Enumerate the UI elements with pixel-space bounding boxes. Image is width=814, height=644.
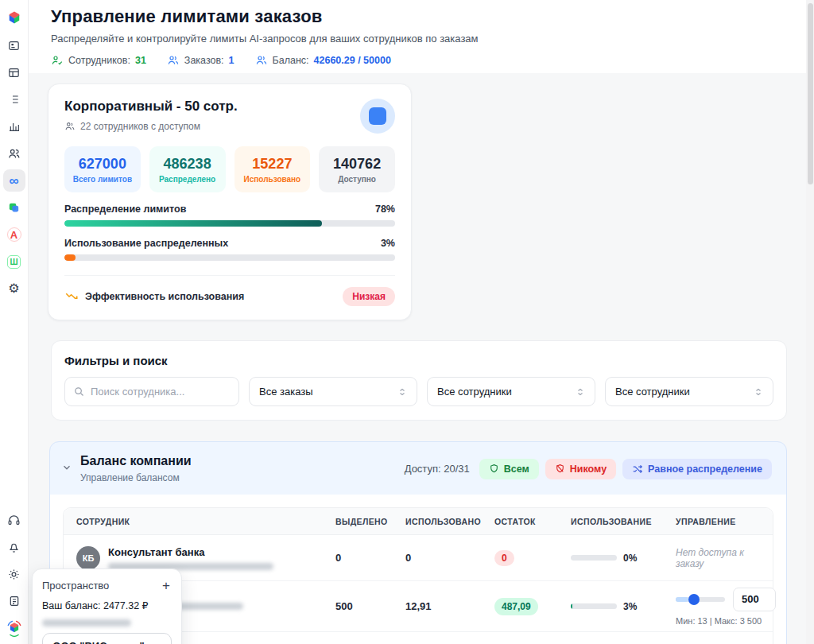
header-stats: Сотрудников: 31 Заказов: 1 Баланс: 42660… bbox=[51, 54, 806, 67]
stat-box-label: Доступно bbox=[338, 175, 376, 184]
efficiency-label: Эффективность использования bbox=[85, 291, 244, 302]
button-label: Равное распределение bbox=[648, 464, 762, 475]
plan-title: Корпоративный - 50 сотр. bbox=[64, 99, 238, 114]
stat-box-value: 627000 bbox=[79, 156, 126, 173]
stat-label: Заказов: bbox=[184, 55, 224, 66]
chevron-updown-icon bbox=[754, 386, 763, 398]
stat-box-available: 140762 Доступно bbox=[319, 146, 395, 192]
search-input[interactable] bbox=[91, 386, 231, 398]
plan-stat-boxes: 627000 Всего лимитов 486238 Распределено… bbox=[64, 146, 395, 192]
filters-panel: Фильтры и поиск Все заказы Все сотрудник… bbox=[51, 340, 787, 421]
col-allocated: ВЫДЕЛЕНО bbox=[335, 517, 405, 526]
workspace-popup: Пространство + Ваш баланс: 2477.32 ₽ ООО… bbox=[32, 568, 182, 644]
users-blue-icon bbox=[255, 54, 268, 67]
plan-selected-toggle[interactable] bbox=[360, 99, 395, 134]
toggle-square-icon bbox=[369, 107, 386, 125]
balance-title: Баланс компании bbox=[80, 454, 192, 468]
select-employees-1[interactable]: Все сотрудники bbox=[427, 377, 595, 406]
prompt-panel-icon[interactable] bbox=[3, 34, 25, 56]
docs-icon[interactable] bbox=[3, 590, 25, 612]
bar-chart-icon[interactable] bbox=[3, 115, 25, 138]
button-label: Никому bbox=[570, 464, 607, 475]
app-logo-bottom-icon[interactable] bbox=[3, 617, 25, 639]
slider-fill bbox=[676, 597, 688, 602]
select-value: Все сотрудники bbox=[615, 386, 690, 398]
stat-label: Сотрудников: bbox=[68, 55, 130, 66]
grant-all-button[interactable]: Всем bbox=[479, 459, 539, 479]
stat-employees: Сотрудников: 31 bbox=[51, 54, 146, 67]
usage-percent: 3% bbox=[623, 601, 637, 612]
balance-subtitle: Управление балансом bbox=[80, 472, 192, 483]
page-subtitle: Распределяйте и контролируйте лимиты AI-… bbox=[51, 33, 806, 45]
progress-percent: 78% bbox=[375, 204, 395, 215]
stat-label: Баланс: bbox=[273, 55, 309, 66]
equal-distribution-button[interactable]: Равное распределение bbox=[622, 459, 772, 479]
collapse-chevron-icon[interactable] bbox=[61, 462, 72, 473]
stat-box-label: Всего лимитов bbox=[73, 175, 132, 184]
col-employee: СОТРУДНИК bbox=[76, 517, 335, 526]
no-access-note: Нет доступа к заказу bbox=[676, 547, 760, 569]
avatar: КБ bbox=[76, 546, 100, 570]
scrollbar-thumb[interactable] bbox=[808, 3, 813, 184]
table-header-row: СОТРУДНИК ВЫДЕЛЕНО ИСПОЛЬЗОВАНО ОСТАТОК … bbox=[64, 508, 773, 535]
stat-box-label: Использовано bbox=[244, 175, 301, 184]
col-remaining: ОСТАТОК bbox=[494, 517, 571, 526]
limits-infinity-icon[interactable]: ∞ bbox=[3, 169, 25, 192]
used-value: 0 bbox=[405, 552, 494, 564]
slider-handle[interactable] bbox=[688, 594, 700, 605]
stat-box-value: 15227 bbox=[252, 156, 292, 173]
select-value: Все заказы bbox=[259, 386, 313, 398]
usage-bar bbox=[571, 555, 617, 561]
users-small-icon bbox=[64, 121, 76, 132]
stat-box-value: 140762 bbox=[333, 156, 381, 173]
chevron-down-icon bbox=[151, 641, 161, 644]
limit-slider[interactable] bbox=[676, 597, 725, 602]
progress-percent: 3% bbox=[381, 238, 395, 249]
sidebar: ∞ A Ш ⚙ bbox=[0, 0, 29, 644]
stat-value: 1 bbox=[229, 55, 235, 66]
table-icon[interactable] bbox=[3, 61, 25, 83]
shield-icon bbox=[489, 464, 499, 474]
progress-label: Использование распределенных bbox=[64, 238, 228, 249]
users-icon[interactable] bbox=[3, 142, 25, 165]
notifications-bell-icon[interactable] bbox=[3, 536, 25, 558]
select-employees-2[interactable]: Все сотрудники bbox=[605, 377, 773, 406]
employee-name: Консультант банка bbox=[108, 546, 273, 558]
divider bbox=[64, 275, 395, 276]
select-orders[interactable]: Все заказы bbox=[249, 377, 417, 406]
limits-note: Мин: 13 | Макс: 3 500 bbox=[676, 616, 776, 626]
stat-box-total: 627000 Всего лимитов bbox=[64, 146, 141, 192]
chevron-updown-icon bbox=[397, 386, 407, 398]
settings-gear-icon[interactable]: ⚙ bbox=[3, 277, 25, 300]
theme-sun-icon[interactable] bbox=[3, 563, 25, 585]
chevron-updown-icon bbox=[576, 386, 585, 398]
revoke-all-button[interactable]: Никому bbox=[545, 459, 616, 479]
workspace-title: Пространство bbox=[42, 580, 109, 592]
usage-bar bbox=[571, 603, 617, 609]
shield-off-icon bbox=[555, 464, 565, 474]
list-icon[interactable] bbox=[3, 88, 25, 111]
stat-box-used: 15227 Использовано bbox=[235, 146, 311, 192]
add-workspace-button[interactable]: + bbox=[161, 579, 172, 592]
org-select-button[interactable]: ООО "ВИС центр" bbox=[42, 633, 172, 644]
org-name: ООО "ВИС центр" bbox=[52, 640, 144, 644]
plan-access-note: 22 сотрудников с доступом bbox=[80, 121, 200, 132]
workspace-balance: Ваш баланс: 2477.32 ₽ bbox=[42, 599, 172, 611]
col-usage: ИСПОЛЬЗОВАНИЕ bbox=[571, 517, 676, 526]
progress-bar-usage bbox=[64, 254, 395, 261]
col-used: ИСПОЛЬЗОВАНО bbox=[405, 517, 494, 526]
col-management: УПРАВЛЕНИЕ bbox=[676, 517, 760, 526]
stat-orders: Заказов: 1 bbox=[167, 54, 235, 67]
letter-a-icon[interactable]: A bbox=[3, 223, 25, 246]
stat-value: 42660.29 / 50000 bbox=[314, 55, 391, 66]
layers-icon[interactable] bbox=[3, 196, 25, 219]
stat-box-distributed: 486238 Распределено bbox=[149, 146, 226, 192]
app-logo-icon[interactable] bbox=[3, 6, 25, 29]
support-headset-icon[interactable] bbox=[3, 509, 25, 531]
stat-box-label: Распределено bbox=[159, 175, 215, 184]
trending-down-icon bbox=[64, 289, 79, 304]
remaining-badge: 487,09 bbox=[494, 598, 538, 615]
limit-input[interactable] bbox=[733, 588, 776, 611]
search-icon bbox=[73, 386, 85, 398]
letter-sh-icon[interactable]: Ш bbox=[3, 250, 25, 273]
